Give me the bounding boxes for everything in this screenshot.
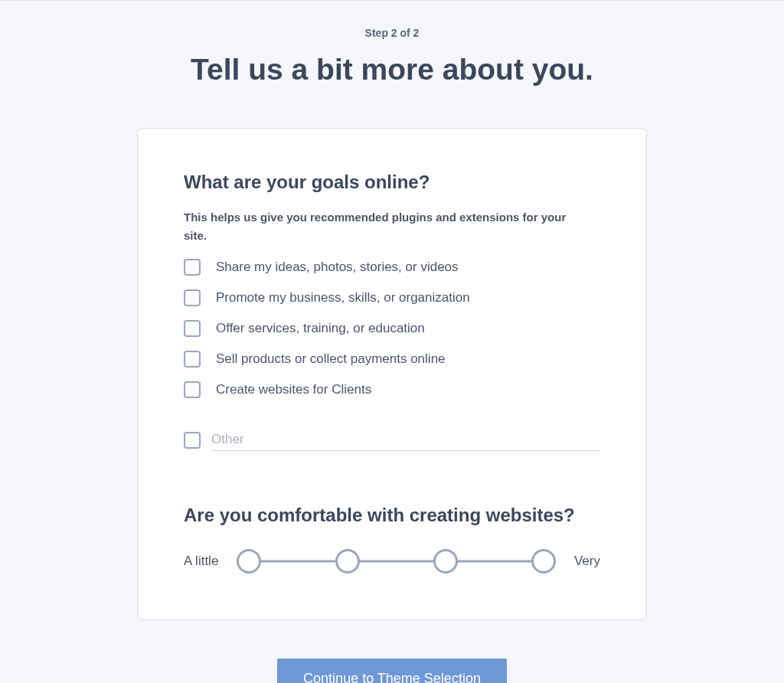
goal-other-input[interactable] bbox=[211, 429, 600, 451]
checkbox-icon[interactable] bbox=[184, 351, 201, 368]
goal-other-row bbox=[184, 429, 600, 451]
onboarding-card: What are your goals online? This helps u… bbox=[137, 128, 647, 620]
comfort-slider-row: A little Very bbox=[184, 549, 600, 574]
goal-option-label: Share my ideas, photos, stories, or vide… bbox=[216, 260, 459, 275]
goals-heading: What are your goals online? bbox=[184, 172, 600, 193]
checkbox-icon[interactable] bbox=[184, 432, 201, 449]
comfort-slider[interactable] bbox=[237, 549, 556, 574]
slider-node-1[interactable] bbox=[237, 549, 261, 574]
checkbox-icon[interactable] bbox=[184, 259, 201, 276]
comfort-heading: Are you comfortable with creating websit… bbox=[184, 505, 600, 526]
checkbox-icon[interactable] bbox=[184, 320, 201, 337]
step-indicator: Step 2 of 2 bbox=[0, 27, 784, 39]
comfort-min-label: A little bbox=[184, 554, 218, 569]
goal-option-row[interactable]: Offer services, training, or education bbox=[184, 320, 600, 337]
page-title: Tell us a bit more about you. bbox=[0, 53, 784, 87]
goal-option-row[interactable]: Create websites for Clients bbox=[184, 381, 600, 398]
goal-option-row[interactable]: Sell products or collect payments online bbox=[184, 351, 600, 368]
goal-option-label: Promote my business, skills, or organiza… bbox=[216, 290, 470, 306]
continue-button[interactable]: Continue to Theme Selection bbox=[277, 658, 507, 683]
comfort-max-label: Very bbox=[574, 554, 600, 569]
goals-description: This helps us give you recommended plugi… bbox=[184, 208, 582, 245]
checkbox-icon[interactable] bbox=[184, 381, 201, 398]
slider-node-4[interactable] bbox=[531, 549, 556, 574]
goal-option-label: Create websites for Clients bbox=[216, 382, 371, 397]
goal-option-row[interactable]: Promote my business, skills, or organiza… bbox=[184, 289, 600, 306]
checkbox-icon[interactable] bbox=[184, 289, 201, 306]
slider-node-2[interactable] bbox=[335, 549, 360, 574]
goals-checkbox-list: Share my ideas, photos, stories, or vide… bbox=[184, 259, 600, 398]
goal-option-row[interactable]: Share my ideas, photos, stories, or vide… bbox=[184, 259, 600, 276]
goal-option-label: Offer services, training, or education bbox=[216, 321, 425, 336]
goal-option-label: Sell products or collect payments online bbox=[216, 351, 446, 367]
slider-node-3[interactable] bbox=[433, 549, 458, 574]
slider-track bbox=[249, 560, 544, 563]
